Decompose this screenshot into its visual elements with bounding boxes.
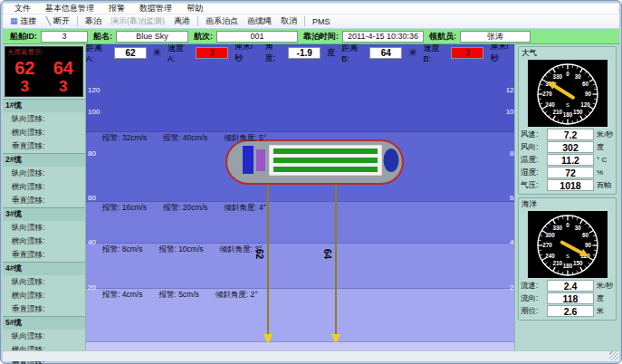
measurement-row: 距离A:62米速度A:3厘米/秒角度:-1.9度距离B:64米速度B:3厘米/秒	[86, 44, 514, 61]
alarm-tilt: 倾斜角度: 2°	[215, 290, 258, 301]
toolbar-button-label: PMS	[312, 17, 330, 26]
menu-item-3[interactable]: 报警	[101, 3, 132, 14]
reading-unit: 米/秒	[597, 129, 614, 139]
toolbar-button-6[interactable]: 画系泊点	[202, 14, 242, 28]
ship-info-bar: 船舶ID:3船名:Blue Sky航次:001靠泊时间:2011-4-15 10…	[3, 29, 619, 44]
toolbar-button-4: 演示(靠泊监测)	[107, 14, 168, 28]
reading-value: 7.2	[547, 129, 594, 140]
board-distance-b: 64	[44, 58, 83, 78]
info-field-label: 靠泊时间:	[303, 31, 339, 43]
axis-right-label: 20	[510, 283, 514, 292]
reading-value: 302	[547, 141, 594, 153]
cable-group-header: 4#缆	[3, 262, 85, 275]
info-field-value[interactable]: 3	[41, 31, 88, 43]
toolbar-button-8[interactable]: 取消	[277, 14, 301, 28]
svg-text:150: 150	[572, 109, 582, 115]
sidebar: 大屏幕显示: 62 64 3 3 1#缆纵向漂移:横向漂移:垂直漂移:2#缆纵向…	[3, 44, 86, 350]
info-field-value[interactable]: 张涛	[460, 31, 531, 43]
toolbar-button-2[interactable]: ╲断开	[43, 14, 73, 28]
info-field-label: 航次:	[194, 31, 213, 43]
reading-row-1: 流速:2.4米/秒	[521, 280, 614, 292]
measure-label-4: 距离B:	[341, 44, 363, 63]
cable-group-1: 1#缆纵向漂移:横向漂移:垂直漂移:	[3, 99, 85, 153]
measure-unit-4: 米	[408, 47, 416, 59]
atmosphere-title: 大气	[521, 48, 614, 60]
menu-item-1[interactable]: 文件	[7, 3, 38, 14]
measure-value-2: 3	[196, 47, 228, 59]
menu-item-4[interactable]: 数据管理	[132, 3, 179, 14]
wind-direction-gauge: 0306090120150180210240270300330S	[521, 60, 614, 127]
svg-text:30: 30	[574, 73, 581, 80]
reading-label: 风向:	[521, 142, 544, 153]
axis-right-label: 120	[506, 86, 514, 94]
toolbar-button-7[interactable]: 画缆绳	[244, 14, 275, 28]
reading-unit: 米/秒	[597, 281, 614, 291]
depth-band-1	[86, 61, 514, 131]
svg-text:240: 240	[545, 253, 555, 259]
reading-unit: 米	[597, 306, 614, 316]
info-field-label: 船名:	[93, 31, 112, 43]
drift-label: 纵向漂移:	[3, 330, 85, 343]
reading-label: 流速:	[521, 281, 544, 292]
toolbar-button-label: 画系泊点	[206, 15, 238, 27]
drift-label: 纵向漂移:	[3, 275, 85, 289]
axis-left-label: 100	[88, 108, 100, 116]
measure-value-5: 3	[451, 47, 483, 59]
alarm-line-labels-4: 报警: 4cm/s报警: 5cm/s倾斜角度: 2°	[102, 290, 258, 301]
info-field-value[interactable]: 001	[216, 31, 298, 43]
measure-value-1: 62	[114, 47, 147, 59]
toolbar-button-label: 连接	[21, 15, 37, 27]
reading-value: 2.6	[547, 305, 594, 317]
reading-label: 流向:	[521, 293, 544, 304]
resize-grip-icon[interactable]	[609, 351, 618, 360]
info-field-value[interactable]: Blue Sky	[116, 31, 188, 43]
alarm-line-labels-1: 报警: 32cm/s报警: 40cm/s倾斜角度: 5°	[102, 133, 266, 144]
reading-value: 2.4	[547, 280, 594, 292]
drift-label: 横向漂移:	[3, 180, 85, 194]
drift-label: 纵向漂移:	[3, 221, 85, 235]
toolbar-button-1[interactable]: ▦连接	[6, 14, 41, 28]
axis-right-label: 40	[510, 238, 514, 246]
toolbar-button-3[interactable]: 靠泊	[81, 14, 105, 28]
reading-label: 湿度:	[521, 168, 544, 178]
measure-label-1: 距离A:	[86, 44, 108, 63]
info-field-5: 领航员:张涛	[429, 31, 531, 43]
connect-icon: ▦	[10, 17, 18, 25]
reading-row-5: 气压:1018百帕	[521, 179, 614, 191]
cable-drift-list: 1#缆纵向漂移:横向漂移:垂直漂移:2#缆纵向漂移:横向漂移:垂直漂移:3#缆纵…	[3, 99, 85, 364]
svg-text:180: 180	[562, 263, 572, 269]
reading-row-3: 温度:11.2° C	[521, 154, 614, 166]
reading-row-4: 湿度:72%	[521, 167, 614, 178]
deck-stripe-2	[273, 158, 378, 163]
toolbar-button-label: 取消	[281, 15, 297, 27]
toolbar-button-5[interactable]: 离港	[170, 14, 194, 28]
reading-unit: 百帕	[597, 180, 614, 190]
svg-text:0: 0	[566, 71, 569, 77]
reading-unit: 度	[597, 293, 614, 303]
menu-item-2[interactable]: 基本信息管理	[38, 3, 101, 14]
svg-text:30: 30	[574, 225, 581, 231]
menu-item-5[interactable]: 帮助	[179, 3, 210, 14]
info-field-3: 航次:001	[194, 31, 298, 43]
info-field-value[interactable]: 2011-4-15 10:30:36	[342, 31, 424, 43]
cable-group-2: 2#缆纵向漂移:横向漂移:垂直漂移:	[3, 153, 85, 207]
svg-text:120: 120	[580, 101, 590, 108]
disconnect-icon: ╲	[46, 17, 51, 25]
reading-label: 温度:	[521, 155, 544, 166]
toolbar-button-9[interactable]: PMS	[309, 16, 334, 27]
toolbar-button-label: 画缆绳	[247, 15, 272, 27]
alarm-speed-a: 报警: 16cm/s	[102, 203, 147, 214]
drift-label: 垂直漂移:	[3, 194, 85, 207]
drift-label: 垂直漂移:	[3, 139, 85, 153]
atmosphere-readings: 风速:7.2米/秒风向:302度温度:11.2° C湿度:72%气压:1018百…	[521, 129, 614, 191]
reading-row-1: 风速:7.2米/秒	[521, 129, 614, 140]
svg-text:300: 300	[545, 232, 555, 238]
reading-unit: %	[597, 168, 614, 177]
mooring-anchor-arrow-b	[331, 334, 340, 344]
status-bar	[3, 350, 619, 361]
alarm-speed-a: 报警: 8cm/s	[102, 244, 142, 255]
reading-value: 1018	[547, 179, 594, 191]
current-direction-gauge: 0306090120150180210240270300330S	[521, 211, 614, 278]
axis-right-label: 80	[510, 149, 514, 158]
drift-label: 垂直漂移:	[3, 248, 85, 262]
